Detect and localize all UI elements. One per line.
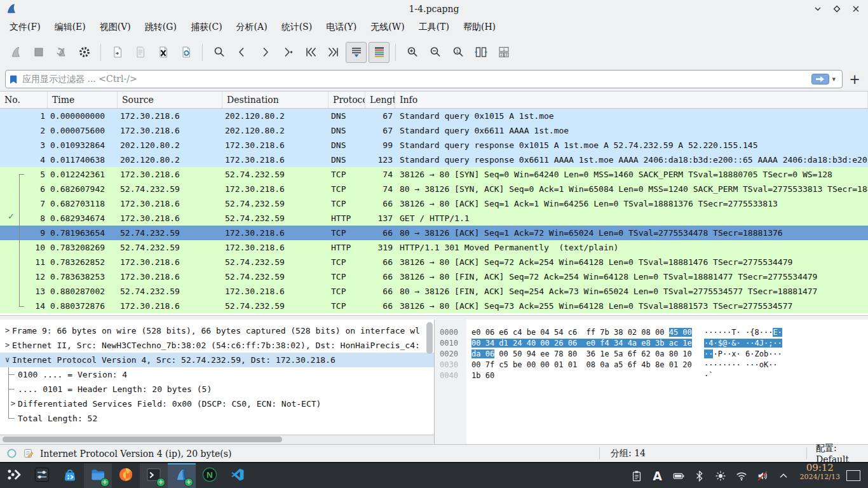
battery-icon[interactable] [671,468,686,484]
clock[interactable]: 09:12 2024/12/13 [800,463,840,488]
find-packet-button[interactable] [208,42,229,63]
detail-line-4[interactable]: .... 0101 = Header Length: 20 bytes (5) [0,382,434,396]
save-file-button[interactable] [130,42,151,63]
menu-view[interactable]: 视图(V) [93,19,138,36]
menu-edit[interactable]: 编辑(E) [48,19,93,36]
restart-capture-button[interactable] [51,42,72,63]
taskbar-app-launcher[interactable] [0,463,28,488]
detail-vertical-scrollbar[interactable] [426,322,433,423]
menu-statistics[interactable]: 统计(S) [275,19,320,36]
brightness-icon[interactable] [713,468,728,484]
apply-filter-button[interactable] [811,74,829,85]
hex-row-0000[interactable]: 0000e0 06 e6 c4 be 04 54 c6 ff 7b 38 02 … [435,327,868,338]
go-forward-button[interactable] [254,42,275,63]
packet-row-1[interactable]: 10.000000000172.30.218.6202.120.80.2DNS6… [0,109,868,123]
packet-row-3[interactable]: 30.010932864202.120.80.2172.30.218.6DNS9… [0,138,868,152]
bookmark-icon[interactable] [8,74,20,85]
detail-line-5[interactable]: >Differentiated Services Field: 0x00 (DS… [0,396,434,411]
layout-columns-button[interactable]: 123 [493,42,514,63]
expand-arrow-icon[interactable]: > [3,338,12,353]
close-file-button[interactable] [153,42,173,63]
add-filter-button[interactable]: + [846,72,863,87]
packet-row-2[interactable]: 20.000075600172.30.218.6202.120.80.2DNS6… [0,123,868,138]
expand-arrow-icon[interactable]: > [8,396,18,411]
packet-row-10[interactable]: 100.78320826952.74.232.59172.30.218.6HTT… [0,240,868,255]
detail-line-3[interactable]: 0100 .... = Version: 4 [0,367,434,382]
status-profile[interactable]: 配置: Default [807,443,868,464]
taskbar-wireshark[interactable]: + [168,463,196,488]
taskbar-discover[interactable] [56,463,84,488]
menu-help[interactable]: 帮助(H) [456,19,503,36]
go-back-button[interactable] [231,42,252,63]
hex-row-0040[interactable]: 00401b 60·` [435,370,868,381]
packet-row-4[interactable]: 40.011740638202.120.80.2172.30.218.6DNS1… [0,152,868,167]
zoom-out-button[interactable] [424,42,445,63]
capture-comment-icon[interactable] [23,448,34,459]
auto-scroll-button[interactable] [346,42,367,63]
file-open-icon [111,45,125,59]
tray-expand-icon[interactable] [776,468,791,484]
taskbar-terminal[interactable]: + [140,463,168,488]
volume-muted-icon[interactable] [755,468,770,484]
open-file-button[interactable] [107,42,128,63]
packet-row-14[interactable]: 140.880372876172.30.218.652.74.232.59TCP… [0,299,868,313]
packet-row-11[interactable]: 110.783262852172.30.218.652.74.232.59TCP… [0,255,868,269]
menu-analyze[interactable]: 分析(A) [229,19,275,36]
start-capture-button[interactable] [5,42,26,63]
go-to-packet-button[interactable] [277,42,298,63]
menu-tools[interactable]: 工具(T) [412,19,456,36]
packet-row-5[interactable]: 50.012242361172.30.218.652.74.232.59TCP7… [0,167,868,182]
menu-wireless[interactable]: 无线(W) [363,19,411,36]
packet-row-8[interactable]: 80.682934674172.30.218.652.74.232.59HTTP… [0,211,868,226]
column-header-destination[interactable]: Destination [222,92,329,108]
detail-line-6[interactable]: Total Length: 52 [0,411,434,426]
colorize-button[interactable] [369,42,390,63]
menu-capture[interactable]: 捕获(C) [184,19,229,36]
taskbar-vscode[interactable] [224,463,252,488]
taskbar-system-settings[interactable] [28,463,56,488]
zoom-reset-button[interactable]: 1 [447,42,468,63]
keyboard-layout-icon[interactable]: A [650,468,665,484]
zoom-in-button[interactable] [402,42,423,63]
packet-row-6[interactable]: 60.68260794252.74.232.59172.30.218.6TCP7… [0,182,868,196]
menu-file[interactable]: 文件(F) [3,19,48,36]
detail-line-0[interactable]: >Frame 9: 66 bytes on wire (528 bits), 6… [0,323,434,338]
hex-row-0030[interactable]: 003000 7f c5 be 00 00 01 01 08 0a a5 6f … [435,360,868,370]
taskbar-neovim[interactable]: N [196,463,224,488]
column-header-protocol[interactable]: Protocol [329,92,365,108]
column-header-source[interactable]: Source [118,92,222,108]
packet-row-9[interactable]: 90.78196365452.74.232.59172.30.218.6TCP6… [0,226,868,240]
reload-file-button[interactable] [175,42,196,63]
taskbar-firefox[interactable] [112,463,140,488]
hex-row-0020[interactable]: 0020da 06 00 50 94 ee 78 80 36 1e 5a 6f … [435,349,868,360]
pane-splitter[interactable] [0,315,868,320]
go-first-packet-button[interactable] [300,42,321,63]
expand-arrow-icon[interactable]: > [3,323,12,338]
detail-horizontal-scrollbar[interactable] [0,435,434,444]
go-last-packet-button[interactable] [323,42,344,63]
column-header-length[interactable]: Length [365,92,395,108]
column-header-time[interactable]: Time [48,92,118,108]
packet-row-12[interactable]: 120.783638253172.30.218.652.74.232.59TCP… [0,269,868,284]
packet-row-7[interactable]: 70.682703118172.30.218.652.74.232.59TCP6… [0,196,868,211]
taskbar-file-manager[interactable]: + [84,463,112,488]
menu-telephony[interactable]: 电话(Y) [319,19,363,36]
hex-row-0010[interactable]: 001000 34 d1 24 40 00 26 06 e0 f4 34 4a … [435,338,868,349]
column-header-no[interactable]: No. [0,92,48,108]
stop-capture-button[interactable] [28,42,49,63]
detail-line-2[interactable]: ∨Internet Protocol Version 4, Src: 52.74… [0,353,434,367]
expert-info-icon[interactable] [6,448,17,459]
resize-columns-button[interactable] [470,42,491,63]
capture-options-button[interactable] [74,42,95,63]
show-desktop-button[interactable] [846,470,860,481]
clipboard-icon[interactable] [629,468,644,484]
filter-dropdown-caret[interactable]: ▾ [832,75,836,83]
packet-row-13[interactable]: 130.88028700252.74.232.59172.30.218.6TCP… [0,284,868,299]
menu-go[interactable]: 跳转(G) [138,19,184,36]
detail-line-1[interactable]: >Ethernet II, Src: NewH3CTechno_7b:38:02… [0,338,434,353]
display-filter-input[interactable]: 应用显示过滤器 ... <Ctrl-/> ▾ [5,70,843,88]
collapse-arrow-icon[interactable]: ∨ [3,353,12,367]
column-header-info[interactable]: Info [395,92,868,108]
wifi-icon[interactable] [734,468,749,484]
bluetooth-icon[interactable] [692,468,707,484]
